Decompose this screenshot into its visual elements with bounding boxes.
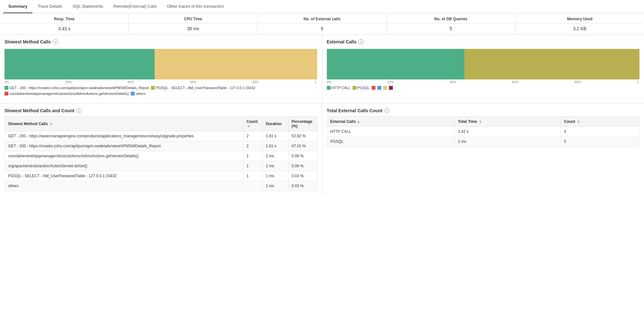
- cell-percentage: 52.82 %: [288, 131, 317, 141]
- legend-label-pgsql: PGSQL - SELECT - AM_UserPasswordTable - …: [156, 86, 255, 90]
- ext-col-header-count[interactable]: Count ⇅: [561, 117, 639, 127]
- stats-bar: Resp. Time 3.43 s CPU Time 30 ms No. of …: [0, 14, 644, 35]
- cell-count: 1: [243, 161, 262, 171]
- slowest-method-legend: GET - 200 - https://creator.zoho.com/api…: [5, 86, 317, 96]
- ext-cell-total-time: 3.42 s: [455, 127, 561, 137]
- cell-percentage: 0.03 %: [288, 181, 317, 191]
- legend-color-others: [131, 92, 135, 96]
- tab-remote-calls[interactable]: Remote(External) Calls: [108, 0, 162, 13]
- slowest-method-axis: 0% 20% 40% 60% 80% 1.: [5, 80, 317, 84]
- legend-label-ext-pgsql: PGSQL: [357, 86, 370, 90]
- legend-color-ext-maroon: [389, 86, 393, 90]
- cell-percentage: 0.06 %: [288, 151, 317, 161]
- cell-count: [243, 181, 262, 191]
- stat-external-calls-value: 9: [259, 26, 384, 31]
- tab-summary[interactable]: Summary: [3, 0, 33, 13]
- external-calls-table: External Calls ▲ Total Time ⇅ Count ⇅ HT…: [327, 116, 640, 147]
- col-header-count[interactable]: Count ⇅: [243, 117, 262, 131]
- ext-cell-total-time: 2 ms: [455, 137, 561, 147]
- stat-cpu-time-value: 30 ms: [130, 26, 256, 31]
- legend-item-admin: com/adventnet/appmanager/struts/actions/…: [5, 92, 129, 96]
- legend-label-get: GET - 200 - https://creator.zoho.com/api…: [9, 86, 149, 90]
- stat-db-queries-label: No. of DB Queries: [388, 17, 514, 23]
- stat-memory-used-label: Memory Used: [517, 17, 642, 23]
- cell-percentage: 0.03 %: [288, 171, 317, 181]
- cell-duration: 1.81 s: [262, 131, 288, 141]
- tab-other-traces[interactable]: Other traces of this transaction: [162, 0, 229, 13]
- bar-segment-get: [5, 49, 155, 79]
- stat-resp-time-label: Resp. Time: [2, 17, 127, 23]
- table-header-row: Slowest Method Calls ⇅ Count ⇅ Duration …: [5, 117, 317, 131]
- cell-method: org/apache/struts/action/ActionServlet.d…: [5, 161, 243, 171]
- legend-color-http: [327, 86, 331, 90]
- legend-color-ext-pgsql: [353, 86, 356, 90]
- legend-item-ext-red: [372, 86, 375, 90]
- col-sort-count: ⇅: [248, 125, 250, 128]
- ext-col-header-calls[interactable]: External Calls ▲: [327, 117, 455, 127]
- cell-count: 1: [243, 171, 262, 181]
- col-header-percentage[interactable]: Percentage (%): [288, 117, 317, 131]
- external-calls-axis: 0% 20% 40% 60% 80% 1.: [327, 80, 640, 84]
- legend-color-ext-blue: [377, 86, 381, 90]
- table-row: GET - 200 - https://creator.zoho.com/api…: [5, 141, 317, 151]
- ext-col-sort-total-time: ⇅: [479, 120, 482, 124]
- legend-color-pgsql: [151, 86, 155, 90]
- bar-segment-pgsql: [155, 49, 317, 79]
- external-calls-chart-title: External Calls i: [327, 39, 640, 44]
- cell-duration: 2 ms: [262, 161, 288, 171]
- tabs-bar: Summary Trace Details SQL Statements Rem…: [0, 0, 644, 14]
- tab-trace-details[interactable]: Trace Details: [33, 0, 67, 13]
- cell-duration: 1 ms: [262, 171, 288, 181]
- slowest-method-bar: [5, 49, 317, 79]
- col-header-duration[interactable]: Duration: [262, 117, 288, 131]
- stat-memory-used-value: 3.2 KB: [517, 26, 642, 31]
- cell-count: 1: [243, 151, 262, 161]
- bottom-panels: Slowest Method Calls and Count i Slowest…: [0, 103, 644, 196]
- ext-col-sort-calls: ▲: [357, 120, 360, 124]
- slowest-method-table-info-icon[interactable]: i: [76, 108, 81, 113]
- external-calls-table-info-icon[interactable]: i: [384, 108, 390, 113]
- col-sort-method: ⇅: [50, 123, 52, 126]
- legend-label-others: others: [136, 92, 146, 96]
- slowest-method-bar-chart: 0% 20% 40% 60% 80% 1. GET - 200 - https:…: [5, 49, 317, 96]
- cell-duration: 2 ms: [262, 151, 288, 161]
- stat-db-queries: No. of DB Queries 5: [387, 14, 516, 34]
- legend-item-pgsql: PGSQL - SELECT - AM_UserPasswordTable - …: [151, 86, 255, 90]
- table-row: others 1 ms 0.03 %: [5, 181, 317, 191]
- cell-method: PGSQL - SELECT - AM_UserPasswordTable - …: [5, 171, 243, 181]
- external-calls-table-title: Total External Calls Count i: [327, 108, 640, 113]
- legend-item-ext-yellow: [383, 86, 387, 90]
- col-header-method[interactable]: Slowest Method Calls ⇅: [5, 117, 243, 131]
- legend-color-ext-red: [372, 86, 375, 90]
- external-calls-bar-chart: 0% 20% 40% 60% 80% 1. HTTP CALL PGSQL: [327, 49, 640, 90]
- ext-col-sort-count: ⇅: [577, 120, 580, 124]
- table-row: PGSQL - SELECT - AM_UserPasswordTable - …: [5, 171, 317, 181]
- legend-color-admin: [5, 92, 8, 96]
- slowest-method-table-panel: Slowest Method Calls and Count i Slowest…: [0, 104, 322, 196]
- stat-memory-used: Memory Used 3.2 KB: [516, 14, 644, 34]
- slowest-method-table-title: Slowest Method Calls and Count i: [5, 108, 317, 113]
- ext-cell-call: PGSQL: [327, 137, 455, 147]
- slowest-method-chart-title: Slowest Method Calls i: [5, 39, 317, 44]
- cell-duration: 1.61 s: [262, 141, 288, 151]
- external-calls-bar: [327, 49, 640, 79]
- stat-cpu-time-label: CPU Time: [130, 17, 256, 23]
- ext-table-header-row: External Calls ▲ Total Time ⇅ Count ⇅: [327, 117, 639, 127]
- main-panels: Slowest Method Calls i 0% 20% 40% 60% 80…: [0, 35, 644, 103]
- external-calls-info-icon[interactable]: i: [358, 39, 364, 44]
- ext-bar-segment-pgsql: [464, 49, 639, 79]
- ext-cell-count: 5: [561, 137, 639, 147]
- legend-item-ext-pgsql: PGSQL: [353, 86, 370, 90]
- slowest-method-info-icon[interactable]: i: [53, 39, 58, 44]
- ext-col-header-total-time[interactable]: Total Time ⇅: [455, 117, 561, 127]
- external-calls-legend: HTTP CALL PGSQL: [327, 86, 640, 90]
- ext-bar-segment-http: [327, 49, 464, 79]
- cell-percentage: 0.06 %: [288, 161, 317, 171]
- table-row: GET - 200 - https://www.manageengine.com…: [5, 131, 317, 141]
- tab-sql-statements[interactable]: SQL Statements: [67, 0, 108, 13]
- legend-color-ext-yellow: [383, 86, 387, 90]
- legend-item-http: HTTP CALL: [327, 86, 351, 90]
- cell-count: 2: [243, 131, 262, 141]
- cell-duration: 1 ms: [262, 181, 288, 191]
- legend-label-admin: com/adventnet/appmanager/struts/actions/…: [9, 92, 129, 96]
